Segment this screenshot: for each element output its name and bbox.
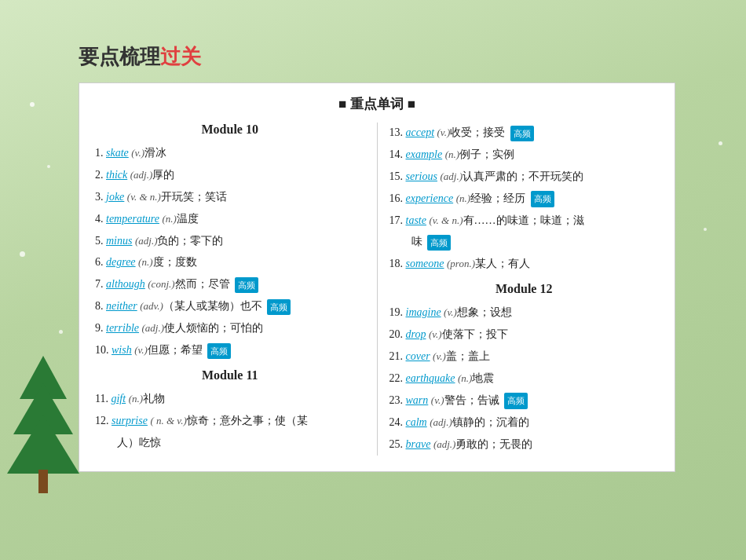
word: drop — [406, 328, 426, 340]
list-item-continued: 人）吃惊 — [95, 433, 365, 453]
page-title: 要点梳理过关 — [79, 43, 201, 71]
list-item: 10. wish (v.)但愿；希望 高频 — [95, 340, 365, 361]
title-highlight: 过关 — [160, 45, 201, 68]
pos: (v. & n.) — [127, 191, 161, 203]
word: surprise — [112, 415, 148, 426]
list-item: 21. cover (v.)盖；盖上 — [389, 346, 660, 367]
pos: (v.) — [134, 344, 148, 356]
word: calm — [406, 416, 427, 428]
pos: (adj.) — [440, 170, 463, 182]
pos: (n.) — [456, 192, 470, 204]
card-header: ■ 重点单词 ■ — [95, 95, 659, 113]
high-freq-badge: 高频 — [207, 343, 231, 359]
word: temperature — [106, 213, 159, 225]
left-column: Module 10 1. skate (v.)滑冰 2. thick (adj.… — [95, 123, 378, 456]
snow-dot — [719, 141, 722, 145]
list-item: 5. minus (adj.)负的；零下的 — [95, 231, 365, 251]
list-item: 22. earthquake (n.)地震 — [389, 368, 660, 389]
pos: (n.) — [138, 256, 152, 268]
pos: (v.) — [433, 350, 446, 362]
module-12-list: 19. imagine (v.)想象；设想 20. drop (v.)使落下；投… — [389, 302, 660, 454]
title-prefix: 要点梳理 — [79, 45, 160, 68]
pos: (v.) — [431, 394, 444, 406]
module-11-list: 11. gift (n.)礼物 12. surprise ( n. & v.)惊… — [95, 389, 365, 453]
pos: (n.) — [458, 372, 472, 384]
snow-dot — [30, 102, 35, 107]
pos: (adj.) — [142, 322, 165, 334]
module-12-title: Module 12 — [389, 282, 660, 296]
card-body: Module 10 1. skate (v.)滑冰 2. thick (adj.… — [95, 123, 659, 456]
word: skate — [106, 147, 129, 159]
word: joke — [106, 191, 124, 203]
list-item: 7. although (conj.)然而；尽管 高频 — [95, 274, 365, 295]
word: minus — [106, 235, 132, 247]
word: although — [106, 278, 145, 290]
pos: (n.) — [162, 213, 176, 225]
word: degree — [106, 256, 136, 268]
word: gift — [111, 393, 126, 404]
pos: (adj.) — [130, 169, 153, 181]
list-item: 16. experience (n.)经验；经历 高频 — [389, 188, 660, 209]
word: earthquake — [406, 372, 455, 384]
right-column: 13. accept (v.)收受；接受 高频 14. example (n.)… — [378, 123, 660, 456]
pos: (conj.) — [148, 278, 174, 290]
pos: (adj.) — [430, 416, 452, 428]
list-item: 18. someone (pron.)某人；有人 — [389, 254, 660, 274]
word: warn — [406, 394, 429, 406]
word: example — [406, 148, 443, 160]
list-item: 23. warn (v.)警告；告诫 高频 — [389, 390, 660, 411]
word: brave — [406, 438, 431, 450]
pos: (v.) — [429, 328, 442, 340]
list-item: 13. accept (v.)收受；接受 高频 — [389, 123, 660, 143]
module-10-list: 1. skate (v.)滑冰 2. thick (adj.)厚的 3. jok… — [95, 143, 365, 361]
pos: ( n. & v.) — [150, 415, 186, 426]
word: accept — [406, 126, 435, 138]
pos: (adj.) — [135, 235, 158, 247]
list-item: 11. gift (n.)礼物 — [95, 389, 365, 409]
snow-dot — [47, 165, 50, 168]
word: thick — [106, 169, 127, 181]
word: someone — [406, 258, 444, 269]
module-10-title: Module 10 — [95, 123, 365, 137]
list-item: 4. temperature (n.)温度 — [95, 209, 365, 229]
list-item: 15. serious (adj.)认真严肃的；不开玩笑的 — [389, 167, 660, 187]
word: experience — [406, 192, 454, 204]
high-freq-badge: 高频 — [267, 299, 291, 315]
word: cover — [406, 350, 430, 362]
list-item: 3. joke (v. & n.)开玩笑；笑话 — [95, 187, 365, 207]
list-item: 24. calm (adj.)镇静的；沉着的 — [389, 412, 660, 433]
list-item: 12. surprise ( n. & v.)惊奇；意外之事；使（某 — [95, 411, 365, 431]
word: neither — [106, 300, 137, 312]
word: terrible — [106, 322, 139, 334]
high-freq-badge: 高频 — [427, 235, 451, 251]
snow-dot — [704, 228, 707, 231]
pos: (adj.) — [433, 438, 456, 450]
high-freq-badge: 高频 — [510, 126, 534, 141]
pos: (adv.) — [140, 300, 163, 312]
snow-dot — [59, 330, 63, 334]
module-11-title: Module 11 — [95, 368, 365, 382]
list-item: 25. brave (adj.)勇敢的；无畏的 — [389, 434, 660, 455]
list-item: 19. imagine (v.)想象；设想 — [389, 302, 660, 323]
module-right-list-1: 13. accept (v.)收受；接受 高频 14. example (n.)… — [389, 123, 660, 274]
high-freq-badge: 高频 — [504, 393, 528, 408]
word: taste — [406, 214, 426, 226]
pos: (v.) — [437, 126, 451, 138]
word: serious — [406, 170, 437, 182]
list-item: 1. skate (v.)滑冰 — [95, 143, 365, 163]
word: imagine — [406, 306, 441, 318]
list-item: 6. degree (n.)度；度数 — [95, 252, 365, 273]
pos: (n.) — [129, 393, 143, 404]
pos: (v.) — [444, 306, 457, 318]
high-freq-badge: 高频 — [235, 277, 258, 293]
list-item: 8. neither (adv.)（某人或某物）也不 高频 — [95, 296, 365, 317]
list-item: 14. example (n.)例子；实例 — [389, 145, 660, 165]
list-item: 2. thick (adj.)厚的 — [95, 165, 365, 185]
decorative-tree-left — [12, 356, 75, 513]
main-card: ■ 重点单词 ■ Module 10 1. skate (v.)滑冰 2. th… — [79, 82, 675, 472]
list-item: 20. drop (v.)使落下；投下 — [389, 324, 660, 345]
snow-dot — [20, 251, 25, 257]
high-freq-badge: 高频 — [531, 191, 554, 207]
pos: (pron.) — [447, 258, 475, 269]
list-item: 17. taste (v. & n.)有……的味道；味道；滋 — [389, 210, 660, 231]
